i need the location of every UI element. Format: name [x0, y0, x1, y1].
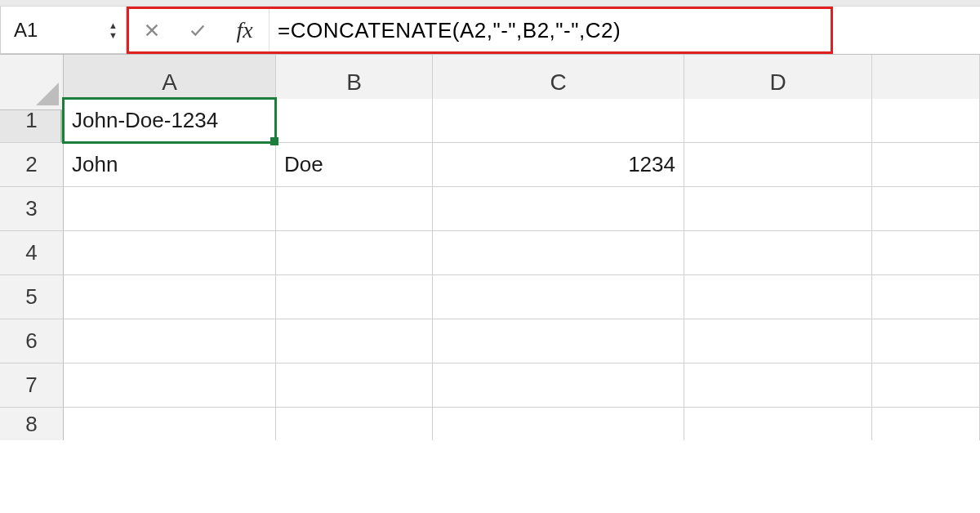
cell-D6[interactable]	[684, 319, 872, 364]
formula-cancel-button[interactable]	[129, 9, 175, 51]
cell-B8[interactable]	[276, 408, 433, 440]
insert-function-button[interactable]: fx	[220, 9, 270, 51]
cell-B2[interactable]: Doe	[276, 143, 433, 187]
cell-D1[interactable]	[684, 99, 872, 143]
cell-B1[interactable]	[276, 99, 433, 143]
cell-C5[interactable]	[433, 275, 684, 319]
cell-A3[interactable]	[64, 187, 276, 231]
cell-A4[interactable]	[64, 231, 276, 275]
cell-A5[interactable]	[64, 275, 276, 319]
window-top-strip	[0, 0, 980, 7]
cell-A7[interactable]	[64, 364, 276, 408]
cell-E4[interactable]	[872, 231, 980, 275]
cell-D2[interactable]	[684, 143, 872, 187]
stepper-down-icon[interactable]: ▼	[109, 31, 118, 39]
fill-handle[interactable]	[270, 137, 278, 145]
fx-label: fx	[236, 17, 252, 43]
cell-A6[interactable]	[64, 319, 276, 364]
cell-E1[interactable]	[872, 99, 980, 143]
name-box[interactable]: A1 ▲ ▼	[0, 7, 127, 54]
cell-A2-value: John	[72, 152, 118, 177]
cell-B2-value: Doe	[284, 152, 323, 177]
spreadsheet-grid[interactable]: A B C D 1 John-Doe-1234 2 John Doe 1234 …	[0, 54, 980, 452]
cell-A1[interactable]: John-Doe-1234	[64, 99, 276, 143]
cell-B3[interactable]	[276, 187, 433, 231]
cell-E7[interactable]	[872, 364, 980, 408]
cell-A1-value: John-Doe-1234	[72, 108, 218, 133]
row-header-6[interactable]: 6	[0, 319, 64, 364]
cell-E6[interactable]	[872, 319, 980, 364]
cell-C7[interactable]	[433, 364, 684, 408]
cell-E2[interactable]	[872, 143, 980, 187]
formula-confirm-button[interactable]	[175, 9, 220, 51]
name-box-stepper[interactable]: ▲ ▼	[109, 21, 118, 39]
cell-D4[interactable]	[684, 231, 872, 275]
cell-B4[interactable]	[276, 231, 433, 275]
cell-C2-value: 1234	[628, 152, 675, 177]
row-header-3[interactable]: 3	[0, 187, 64, 231]
row-header-7[interactable]: 7	[0, 364, 64, 408]
close-icon	[143, 21, 161, 39]
cell-B6[interactable]	[276, 319, 433, 364]
row-header-4[interactable]: 4	[0, 231, 64, 275]
name-box-value: A1	[14, 19, 109, 42]
cell-C4[interactable]	[433, 231, 684, 275]
cell-C8[interactable]	[433, 408, 684, 440]
cell-D8[interactable]	[684, 408, 872, 440]
cell-C3[interactable]	[433, 187, 684, 231]
formula-bar: A1 ▲ ▼ fx =CONCATENATE(A2,"-",B2,"-",C2)	[0, 7, 980, 54]
select-all-corner[interactable]	[0, 55, 64, 110]
cell-D7[interactable]	[684, 364, 872, 408]
formula-bar-inner: fx =CONCATENATE(A2,"-",B2,"-",C2)	[127, 7, 833, 54]
row-header-8[interactable]: 8	[0, 408, 64, 440]
cell-A8[interactable]	[64, 408, 276, 440]
cell-A2[interactable]: John	[64, 143, 276, 187]
check-icon	[189, 21, 207, 39]
row-header-2[interactable]: 2	[0, 143, 64, 187]
cell-D3[interactable]	[684, 187, 872, 231]
cell-B5[interactable]	[276, 275, 433, 319]
row-header-5[interactable]: 5	[0, 275, 64, 319]
cell-C1[interactable]	[433, 99, 684, 143]
cell-E5[interactable]	[872, 275, 980, 319]
cell-B7[interactable]	[276, 364, 433, 408]
cell-D5[interactable]	[684, 275, 872, 319]
formula-input[interactable]: =CONCATENATE(A2,"-",B2,"-",C2)	[278, 9, 821, 51]
cell-C2[interactable]: 1234	[433, 143, 684, 187]
cell-E8[interactable]	[872, 408, 980, 440]
stepper-up-icon[interactable]: ▲	[109, 21, 118, 29]
formula-bar-highlight: fx =CONCATENATE(A2,"-",B2,"-",C2)	[127, 7, 980, 54]
cell-C6[interactable]	[433, 319, 684, 364]
cell-E3[interactable]	[872, 187, 980, 231]
